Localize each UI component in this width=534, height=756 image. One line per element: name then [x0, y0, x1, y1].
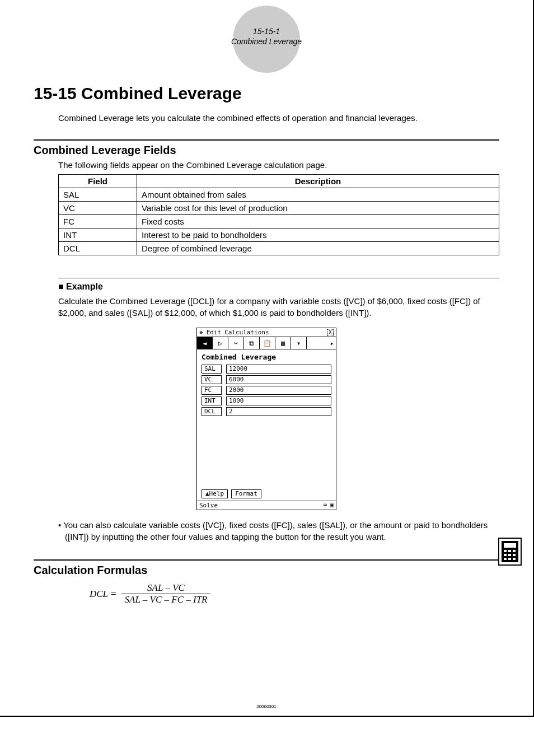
calc-int-button[interactable]: INT [202, 396, 222, 405]
status-text: Solve [199, 502, 218, 509]
table-row: INTInterest to be paid to bondholders [59, 228, 499, 242]
calculator-tab-icon [498, 538, 522, 566]
bullet-note: • You can also calculate variable costs … [58, 519, 499, 543]
calc-fc-button[interactable]: FC [202, 386, 222, 395]
calc-toolbar: ◄ ▷ ✂ ⧉ 📋 ▦ ▾ ▸ [197, 337, 336, 349]
settings-menu-icon[interactable]: ❖ [199, 329, 203, 336]
svg-rect-8 [513, 554, 516, 556]
cell-desc: Variable cost for this level of producti… [137, 202, 499, 215]
calc-sal-field[interactable]: 12000 [226, 365, 331, 374]
calc-vc-field[interactable]: 6000 [226, 375, 331, 384]
formula-denominator: SAL – VC – FC – ITR [121, 594, 211, 605]
scroll-right-icon[interactable]: ▸ [328, 337, 336, 349]
calculator-screenshot: ❖ Edit Calculations X ◄ ▷ ✂ ⧉ 📋 ▦ ▾ ▸ Co… [196, 328, 336, 510]
divider [58, 278, 499, 278]
calc-fc-field[interactable]: 2000 [226, 386, 331, 395]
cell-desc: Fixed costs [137, 215, 499, 228]
close-icon[interactable]: X [327, 329, 334, 336]
calc-sal-button[interactable]: SAL [202, 365, 222, 374]
formulas-heading: Calculation Formulas [34, 564, 499, 577]
calc-title: Combined Leverage [197, 349, 336, 363]
footer-number: 20060301 [0, 704, 533, 709]
help-button[interactable]: ▲Help [202, 489, 228, 498]
svg-rect-6 [504, 554, 507, 556]
dropdown-icon[interactable]: ▾ [291, 337, 307, 349]
menu-calculations[interactable]: Calculations [224, 329, 269, 336]
cell-field: SAL [59, 188, 137, 202]
table-row: FCFixed costs [59, 215, 499, 228]
svg-rect-9 [504, 558, 507, 560]
cell-field: INT [59, 228, 137, 242]
formula: DCL = SAL – VC SAL – VC – FC – ITR [90, 582, 499, 605]
fields-note: The following fields appear on the Combi… [58, 160, 499, 170]
cut-icon[interactable]: ✂ [228, 337, 244, 349]
header-page-number: 15-15-1 [34, 27, 499, 36]
calc-dcl-field[interactable]: 2 [226, 407, 331, 416]
cell-desc: Degree of combined leverage [137, 242, 499, 255]
keyboard-icon[interactable]: ⌨ ▣ [324, 502, 334, 509]
formula-numerator: SAL – VC [121, 582, 211, 594]
page-header: 15-15-1 Combined Leverage [34, 17, 499, 67]
fields-heading: Combined Leverage Fields [34, 144, 499, 157]
header-page-title: Combined Leverage [34, 37, 499, 46]
grid-icon[interactable]: ▦ [275, 337, 291, 349]
col-field: Field [59, 175, 137, 188]
paste-icon[interactable]: 📋 [260, 337, 275, 349]
svg-rect-7 [508, 554, 511, 556]
svg-rect-5 [513, 550, 516, 552]
divider [34, 559, 499, 561]
intro-text: Combined Leverage lets you calculate the… [58, 112, 499, 124]
cell-field: VC [59, 202, 137, 215]
svg-rect-3 [504, 550, 507, 552]
svg-rect-10 [508, 558, 511, 560]
calc-int-field[interactable]: 1000 [226, 396, 331, 405]
table-row: SALAmount obtained from sales [59, 188, 499, 202]
section-title: 15-15 Combined Leverage [34, 84, 499, 103]
cell-field: DCL [59, 242, 137, 255]
svg-rect-2 [504, 543, 516, 548]
copy-icon[interactable]: ⧉ [244, 337, 260, 349]
menu-edit[interactable]: Edit [207, 329, 222, 336]
divider [34, 139, 499, 141]
cell-field: FC [59, 215, 137, 228]
table-row: VCVariable cost for this level of produc… [59, 202, 499, 215]
cell-desc: Interest to be paid to bondholders [137, 228, 499, 242]
example-heading: Example [58, 282, 499, 292]
nav-back-icon[interactable]: ◄ [197, 337, 213, 349]
example-text: Calculate the Combined Leverage ([DCL]) … [58, 295, 499, 319]
fields-table: Field Description SALAmount obtained fro… [58, 174, 499, 255]
cell-desc: Amount obtained from sales [137, 188, 499, 202]
col-desc: Description [137, 175, 499, 188]
nav-forward-icon[interactable]: ▷ [213, 337, 228, 349]
calc-vc-button[interactable]: VC [202, 375, 222, 384]
calc-menubar: ❖ Edit Calculations X [197, 328, 336, 337]
table-row: DCLDegree of combined leverage [59, 242, 499, 255]
calc-dcl-button[interactable]: DCL [202, 407, 222, 416]
svg-rect-11 [513, 558, 516, 560]
format-button[interactable]: Format [231, 489, 261, 498]
svg-rect-4 [508, 550, 511, 552]
formula-lhs: DCL = [90, 589, 117, 600]
